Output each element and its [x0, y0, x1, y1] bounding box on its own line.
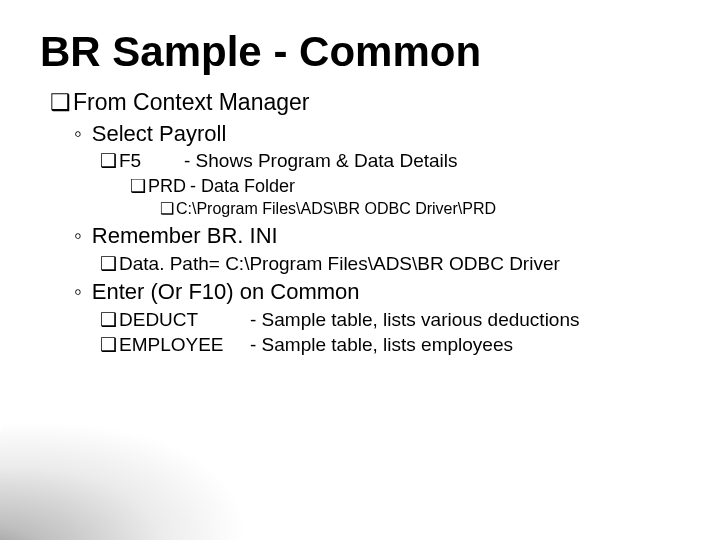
- circle-bullet-icon: ◦: [74, 279, 82, 304]
- bullet-desc: - Sample table, lists employees: [250, 332, 513, 358]
- bullet-key: DEDUCT: [119, 309, 198, 330]
- bullet-enter: ◦Enter (Or F10) on Common: [74, 278, 680, 307]
- bullet-deduct: ❑DEDUCT - Sample table, lists various de…: [100, 307, 680, 333]
- bullet-text: Data. Path= C:\Program Files\ADS\BR ODBC…: [119, 253, 560, 274]
- bullet-prd-path: ❑C:\Program Files\ADS\BR ODBC Driver\PRD: [160, 198, 680, 220]
- decorative-fade: [0, 450, 280, 540]
- bullet-f5: ❑F5 - Shows Program & Data Details: [100, 148, 680, 174]
- bullet-key: F5: [119, 150, 141, 171]
- square-bullet-icon: ❑: [130, 176, 146, 196]
- square-bullet-icon: ❑: [50, 89, 71, 115]
- circle-bullet-icon: ◦: [74, 121, 82, 146]
- slide: BR Sample - Common ❑From Context Manager…: [0, 0, 720, 358]
- slide-title: BR Sample - Common: [40, 28, 680, 76]
- bullet-datapath: ❑Data. Path= C:\Program Files\ADS\BR ODB…: [100, 251, 680, 277]
- square-bullet-icon: ❑: [100, 309, 117, 330]
- bullet-text: From Context Manager: [73, 89, 309, 115]
- bullet-desc: - Sample table, lists various deductions: [250, 307, 580, 333]
- bullet-text: Remember BR. INI: [92, 223, 278, 248]
- bullet-employee: ❑EMPLOYEE - Sample table, lists employee…: [100, 332, 680, 358]
- bullet-key: EMPLOYEE: [119, 334, 224, 355]
- bullet-desc: - Data Folder: [190, 174, 295, 198]
- bullet-text: Select Payroll: [92, 121, 227, 146]
- bullet-key: PRD: [148, 176, 186, 196]
- circle-bullet-icon: ◦: [74, 223, 82, 248]
- square-bullet-icon: ❑: [100, 150, 117, 171]
- bullet-select-payroll: ◦Select Payroll: [74, 120, 680, 149]
- bullet-remember: ◦Remember BR. INI: [74, 222, 680, 251]
- bullet-text: C:\Program Files\ADS\BR ODBC Driver\PRD: [176, 200, 496, 217]
- bullet-from: ❑From Context Manager: [50, 88, 680, 118]
- square-bullet-icon: ❑: [100, 253, 117, 274]
- bullet-text: Enter (Or F10) on Common: [92, 279, 360, 304]
- bullet-prd: ❑PRD - Data Folder: [130, 174, 680, 198]
- square-bullet-icon: ❑: [160, 200, 174, 217]
- square-bullet-icon: ❑: [100, 334, 117, 355]
- bullet-desc: - Shows Program & Data Details: [184, 148, 458, 174]
